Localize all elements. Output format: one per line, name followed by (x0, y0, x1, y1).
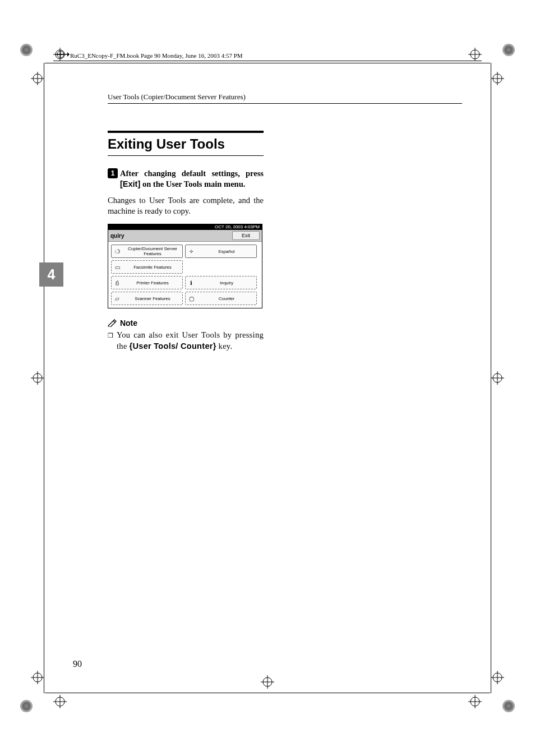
ui-btn-printer[interactable]: ⎙ Printer Features (111, 276, 183, 289)
step-text-l1: After changing default settings, (120, 169, 240, 178)
ui-btn-label: Facsimile Features (123, 265, 182, 270)
ui-btn-label: Español (197, 249, 256, 254)
crop-ornament-bl (20, 700, 33, 712)
ui-status-bar: OCT 20, 2003 4:03PM (108, 224, 262, 230)
step-text-l2b: on the User Tools main (140, 179, 222, 188)
registration-mark-icon (468, 48, 482, 61)
ui-btn-counter[interactable]: ▢ Counter (185, 292, 257, 305)
note-label: Note (120, 319, 137, 328)
counter-icon: ▢ (186, 296, 197, 302)
ui-title: quiry (110, 233, 124, 239)
svg-marker-34 (67, 52, 70, 57)
ui-btn-label: Copier/Document Server Features (123, 246, 182, 256)
ui-spacer (185, 260, 257, 274)
ui-btn-label: Scanner Features (123, 296, 182, 301)
ui-btn-copier[interactable]: ❍ Copier/Document Server Features (111, 245, 183, 258)
registration-mark-icon (491, 671, 504, 684)
ui-btn-espanol[interactable]: ✧ Español (185, 245, 257, 258)
registration-mark-icon (31, 72, 44, 85)
ui-btn-inquiry[interactable]: ℹ Inquiry (185, 276, 257, 289)
crop-line-top (45, 63, 490, 63)
fax-icon: ▭ (112, 264, 123, 270)
crop-ornament-br (502, 700, 515, 712)
step-text-l3: menu. (224, 179, 245, 188)
crop-line-bot (45, 693, 490, 693)
pencil-icon (108, 319, 117, 327)
ui-btn-label: Printer Features (123, 280, 182, 285)
exit-key-label: [Exit] (120, 179, 140, 188)
step-number-badge: 1 (108, 168, 118, 178)
globe-icon: ✧ (186, 248, 197, 255)
registration-mark-icon (468, 695, 482, 708)
note-item: ❒ You can also exit User Tools by pressi… (108, 330, 264, 352)
registration-mark-icon (53, 695, 67, 708)
section-title: Exiting User Tools (108, 131, 264, 156)
step-text-l2a: press (246, 169, 264, 178)
book-arrow-icon (55, 49, 70, 62)
bullet-icon: ❒ (108, 330, 117, 352)
registration-mark-icon (491, 371, 504, 385)
ui-btn-scanner[interactable]: ▱ Scanner Features (111, 292, 183, 305)
ui-btn-fax[interactable]: ▭ Facsimile Features (111, 260, 183, 274)
registration-mark-icon (31, 371, 44, 385)
copier-icon: ❍ (112, 248, 123, 255)
ui-exit-button[interactable]: Exit (232, 231, 260, 240)
ui-btn-label: Counter (197, 296, 256, 301)
note-line2b: key. (216, 342, 233, 351)
registration-mark-icon (491, 72, 504, 85)
note-heading: Note (108, 319, 264, 328)
book-header-rule (53, 61, 482, 61)
key-name: User Tools/ Counter (133, 342, 213, 351)
book-header: RuC3_ENcopy-F_FM.book Page 90 Monday, Ju… (70, 52, 243, 59)
running-head: User Tools (Copier/Document Server Featu… (108, 93, 462, 104)
body-paragraph: Changes to User Tools are complete, and … (108, 195, 264, 216)
crop-ornament-tl (20, 44, 33, 56)
printer-icon: ⎙ (112, 280, 123, 286)
info-icon: ℹ (186, 280, 197, 286)
scanner-icon: ▱ (112, 296, 123, 302)
chapter-tab: 4 (39, 262, 63, 287)
step-1: 1 After changing default settings, press… (108, 168, 264, 190)
crop-ornament-tr (502, 44, 515, 56)
note-line1: You can also exit User Tools (117, 330, 220, 339)
ui-btn-label: Inquiry (197, 280, 256, 285)
ui-screenshot: OCT 20, 2003 4:03PM quiry Exit ❍ Copier/… (108, 224, 262, 308)
page-number: 90 (73, 659, 82, 669)
registration-mark-icon (31, 671, 44, 684)
